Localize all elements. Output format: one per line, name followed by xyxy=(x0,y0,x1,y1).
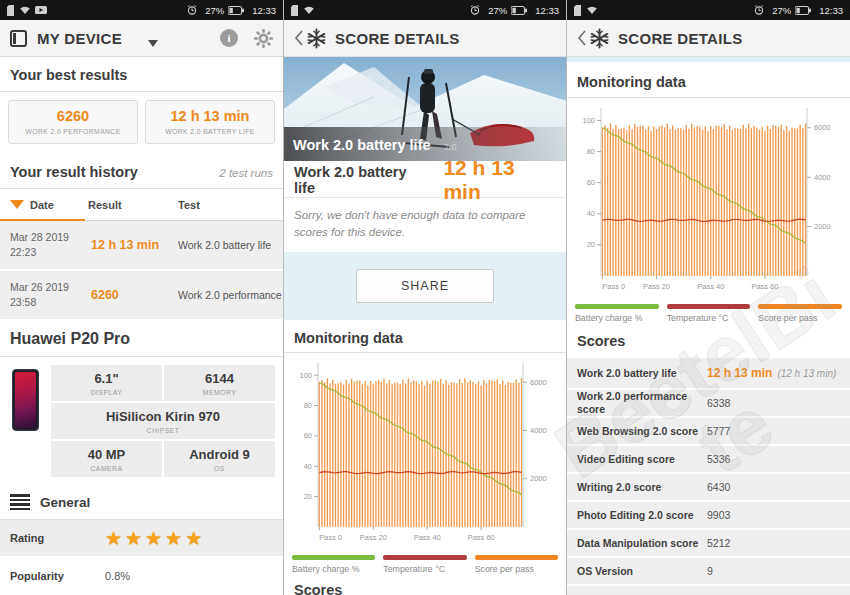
svg-text:40: 40 xyxy=(587,209,595,218)
score-row: Data Manipulation score5212 xyxy=(567,530,850,556)
chart-legend: Battery charge % Temperature °C Score pe… xyxy=(567,300,850,325)
svg-text:20: 20 xyxy=(587,240,595,249)
spec-chipset: HiSilicon Kirin 970CHIPSET xyxy=(51,403,275,439)
battery-percent: 27% xyxy=(772,5,791,16)
wifi-icon xyxy=(303,5,315,15)
monitoring-heading: Monitoring data xyxy=(284,320,566,353)
popularity-label: Popularity xyxy=(10,570,105,582)
battery-percent: 27% xyxy=(205,5,224,16)
general-heading: General xyxy=(40,495,90,510)
alarm-icon xyxy=(187,5,197,15)
legend-score: Score per pass xyxy=(758,304,842,323)
history-table-header: Date Result Test xyxy=(0,189,283,221)
clock-time: 12:33 xyxy=(819,5,843,16)
column-result[interactable]: Result xyxy=(85,199,173,211)
page-title: SCORE DETAILS xyxy=(618,30,742,47)
clock-time: 12:33 xyxy=(535,5,559,16)
best-result-card-battery[interactable]: 12 h 13 min WORK 2.0 BATTERY LIFE xyxy=(145,100,275,144)
column-test[interactable]: Test xyxy=(173,199,283,211)
hero-title-svg: Work 2.0 battery life xyxy=(293,137,431,153)
scores-heading: Scores xyxy=(284,576,566,595)
spec-os: Android 9OS xyxy=(164,441,275,477)
legend-battery: Battery charge % xyxy=(292,555,375,574)
history-test: Work 2.0 battery life xyxy=(173,239,283,251)
panel-my-device: 27% 12:33 MY DEVICE i Your best results … xyxy=(0,0,283,595)
back-button[interactable] xyxy=(577,29,587,47)
best-results-cards: 6260 WORK 2.0 PERFORMANCE 12 h 13 min WO… xyxy=(0,92,283,154)
panel-score-details-2: 27% 12:33 SCORE DETAILS Monitoring data … xyxy=(566,0,850,595)
best-result-card-performance[interactable]: 6260 WORK 2.0 PERFORMANCE xyxy=(8,100,138,144)
pcmark-logo-icon xyxy=(589,28,610,49)
history-date: Mar 26 201923:58 xyxy=(0,280,85,310)
spec-display: 6.1"DISPLAY xyxy=(51,365,162,401)
score-row: Photo Editing 2.0 score9903 xyxy=(567,502,850,528)
performance-label: WORK 2.0 PERFORMANCE xyxy=(11,128,135,135)
history-date: Mar 28 201922:23 xyxy=(0,230,85,260)
chart-legend: Battery charge % Temperature °C Score pe… xyxy=(284,551,566,576)
history-heading: Your result history xyxy=(0,154,148,188)
screen: 27% 12:33 MY DEVICE i Your best results … xyxy=(0,0,850,595)
rating-label: Rating xyxy=(10,532,105,544)
history-result: 6260 xyxy=(85,288,173,302)
chevron-down-icon[interactable] xyxy=(148,40,158,47)
device-name-heading: Huawei P20 Pro xyxy=(0,321,283,357)
svg-text:100: 100 xyxy=(299,370,312,379)
back-button[interactable] xyxy=(294,29,304,47)
active-sort-underline xyxy=(0,219,85,221)
battery-icon xyxy=(511,6,527,15)
sort-descending-icon xyxy=(10,200,24,209)
score-row: DateMar 28 2019 22:23 xyxy=(567,586,850,595)
history-row[interactable]: Mar 26 201923:58 6260 Work 2.0 performan… xyxy=(0,271,283,319)
app-header: SCORE DETAILS xyxy=(284,20,566,57)
svg-text:60: 60 xyxy=(304,431,312,440)
legend-battery: Battery charge % xyxy=(575,304,659,323)
svg-text:4000: 4000 xyxy=(814,173,831,182)
popularity-row: Popularity 0.8% xyxy=(0,558,283,594)
battery-percent: 27% xyxy=(488,5,507,16)
column-date[interactable]: Date xyxy=(0,199,85,211)
app-header: SCORE DETAILS xyxy=(567,20,850,57)
sim-icon xyxy=(291,5,299,16)
rating-stars[interactable]: ★★★★★ xyxy=(105,527,205,550)
page-title: SCORE DETAILS xyxy=(335,30,459,47)
legend-score: Score per pass xyxy=(475,555,558,574)
svg-text:2.0: 2.0 xyxy=(444,142,457,152)
sim-icon xyxy=(7,5,15,16)
general-section-header[interactable]: General xyxy=(0,483,283,520)
svg-text:6000: 6000 xyxy=(530,377,547,386)
list-icon xyxy=(10,494,30,510)
score-row: OS Version9 xyxy=(567,558,850,584)
svg-text:Pass 40: Pass 40 xyxy=(414,533,441,542)
battery-icon xyxy=(795,6,811,15)
score-row: Work 2.0 performance score6338 xyxy=(567,390,850,416)
svg-text:Pass 0: Pass 0 xyxy=(319,533,342,542)
svg-text:Pass 40: Pass 40 xyxy=(697,282,724,291)
battery-score: 12 h 13 min xyxy=(148,108,272,124)
wifi-icon xyxy=(19,5,31,15)
settings-gear-button[interactable] xyxy=(254,29,273,48)
score-row: Writing 2.0 score6430 xyxy=(567,474,850,500)
history-result: 12 h 13 min xyxy=(85,238,173,252)
monitoring-heading: Monitoring data xyxy=(567,62,850,98)
device-icon xyxy=(10,30,27,47)
svg-text:60: 60 xyxy=(587,178,595,187)
no-data-message: Sorry, we don't have enough data to comp… xyxy=(284,197,566,252)
monitoring-chart: 20406080100200040006000Pass 0Pass 20Pass… xyxy=(567,98,850,300)
wifi-icon xyxy=(586,5,598,15)
scores-list: Work 2.0 battery life 12 h 13 min (12 h … xyxy=(567,358,850,595)
app-header: MY DEVICE i xyxy=(0,20,283,57)
info-button[interactable]: i xyxy=(220,29,238,47)
svg-text:20: 20 xyxy=(304,492,312,501)
spec-camera: 40 MPCAMERA xyxy=(51,441,162,477)
page-title: MY DEVICE xyxy=(37,30,122,47)
history-row[interactable]: Mar 28 201922:23 12 h 13 min Work 2.0 ba… xyxy=(0,221,283,269)
scores-heading: Scores xyxy=(567,325,850,358)
svg-text:2000: 2000 xyxy=(530,474,547,483)
monitoring-chart: 20406080100200040006000Pass 0Pass 20Pass… xyxy=(284,353,566,551)
pcmark-logo-icon xyxy=(306,28,327,49)
svg-text:Pass 20: Pass 20 xyxy=(643,282,670,291)
share-button[interactable]: SHARE xyxy=(356,269,494,303)
phone-image xyxy=(12,369,39,431)
svg-text:6000: 6000 xyxy=(814,123,831,132)
performance-score: 6260 xyxy=(11,108,135,124)
